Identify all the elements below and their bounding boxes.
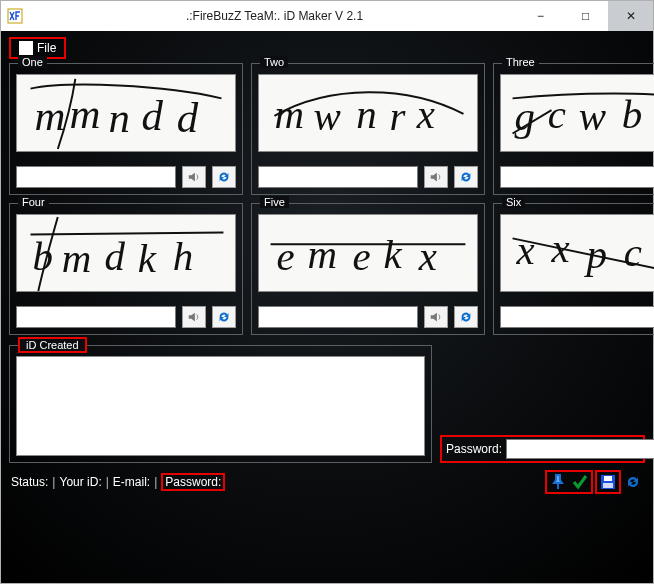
refresh-icon xyxy=(625,474,641,490)
status-label: Status: xyxy=(11,475,48,489)
speaker-button-four[interactable] xyxy=(182,306,206,328)
captcha-image-one: m m n d d xyxy=(16,74,236,152)
password-column: Password: xyxy=(440,345,645,463)
password-row: Password: xyxy=(440,435,645,463)
captcha-group-two: Two m w n r x xyxy=(251,63,485,195)
window-buttons: − □ ✕ xyxy=(518,1,653,31)
captcha-input-row xyxy=(16,166,236,188)
svg-rect-38 xyxy=(604,476,612,481)
speaker-button-two[interactable] xyxy=(424,166,448,188)
close-button[interactable]: ✕ xyxy=(608,1,653,31)
svg-text:m: m xyxy=(34,92,64,139)
captcha-input-one[interactable] xyxy=(16,166,176,188)
captcha-input-row xyxy=(500,306,654,328)
captcha-image-five: e m e k x xyxy=(258,214,478,292)
minimize-button[interactable]: − xyxy=(518,1,563,31)
password-label: Password: xyxy=(446,442,502,456)
svg-text:w: w xyxy=(579,94,606,139)
speaker-button-one[interactable] xyxy=(182,166,206,188)
svg-rect-0 xyxy=(8,9,22,23)
group-legend: One xyxy=(18,56,47,68)
svg-text:k: k xyxy=(138,236,157,281)
captcha-input-row xyxy=(500,166,654,188)
id-created-group: iD Created xyxy=(9,345,432,463)
captcha-image-four: b m d k h xyxy=(16,214,236,292)
status-action-group-1 xyxy=(545,470,593,494)
captcha-input-six[interactable] xyxy=(500,306,654,328)
captcha-grid: One m m n d d xyxy=(9,63,645,335)
svg-text:d: d xyxy=(177,94,199,141)
save-button[interactable] xyxy=(598,473,618,491)
refresh-button-four[interactable] xyxy=(212,306,236,328)
captcha-group-one: One m m n d d xyxy=(9,63,243,195)
speaker-button-five[interactable] xyxy=(424,306,448,328)
password-input[interactable] xyxy=(506,439,654,459)
group-legend: Six xyxy=(502,196,525,208)
captcha-group-five: Five e m e k x xyxy=(251,203,485,335)
group-legend: Three xyxy=(502,56,539,68)
check-button[interactable] xyxy=(570,473,590,491)
speaker-icon xyxy=(187,310,201,324)
speaker-icon xyxy=(429,310,443,324)
svg-text:d: d xyxy=(105,234,126,279)
refresh-button-two[interactable] xyxy=(454,166,478,188)
statusbar: Status: | Your iD: | E-mail: | Password: xyxy=(9,471,645,493)
maximize-button[interactable]: □ xyxy=(563,1,608,31)
group-legend: Five xyxy=(260,196,289,208)
captcha-image-six: x x p c x xyxy=(500,214,654,292)
titlebar: .:FireBuzZ TeaM:. iD Maker V 2.1 − □ ✕ xyxy=(1,1,653,31)
check-icon xyxy=(572,474,588,490)
file-icon xyxy=(19,41,33,55)
your-id-label: Your iD: xyxy=(59,475,101,489)
captcha-input-five[interactable] xyxy=(258,306,418,328)
svg-text:e: e xyxy=(352,234,370,279)
app-window: .:FireBuzZ TeaM:. iD Maker V 2.1 − □ ✕ F… xyxy=(0,0,654,584)
captcha-input-row xyxy=(16,306,236,328)
email-label: E-mail: xyxy=(113,475,150,489)
captcha-input-row xyxy=(258,306,478,328)
window-title: .:FireBuzZ TeaM:. iD Maker V 2.1 xyxy=(31,9,518,23)
captcha-input-three[interactable] xyxy=(500,166,654,188)
svg-text:m: m xyxy=(62,236,92,281)
refresh-button-five[interactable] xyxy=(454,306,478,328)
status-right xyxy=(545,470,643,494)
captcha-group-four: Four b m d k h xyxy=(9,203,243,335)
svg-text:k: k xyxy=(384,232,403,277)
refresh-button-one[interactable] xyxy=(212,166,236,188)
svg-text:g: g xyxy=(515,94,535,139)
separator: | xyxy=(52,475,55,489)
bottom-row: iD Created Password: xyxy=(9,345,645,463)
svg-text:x: x xyxy=(515,228,534,273)
svg-text:c: c xyxy=(624,230,642,275)
menubar: File xyxy=(9,37,645,59)
svg-text:n: n xyxy=(356,92,376,137)
svg-text:h: h xyxy=(173,234,193,279)
svg-text:d: d xyxy=(142,92,164,139)
captcha-input-two[interactable] xyxy=(258,166,418,188)
pin-icon xyxy=(550,474,566,490)
separator: | xyxy=(154,475,157,489)
floppy-icon xyxy=(600,474,616,490)
svg-text:n: n xyxy=(108,94,129,141)
captcha-image-three: g c w b m xyxy=(500,74,654,152)
captcha-group-six: Six x x p c x xyxy=(493,203,654,335)
captcha-image-two: m w n r x xyxy=(258,74,478,152)
id-created-legend: iD Created xyxy=(18,337,87,353)
svg-text:b: b xyxy=(622,92,642,137)
status-action-group-2 xyxy=(595,470,621,494)
id-created-listbox[interactable] xyxy=(16,356,425,456)
separator: | xyxy=(106,475,109,489)
refresh-icon xyxy=(459,170,473,184)
password-status-label: Password: xyxy=(161,473,225,491)
group-legend: Four xyxy=(18,196,49,208)
svg-text:w: w xyxy=(313,94,340,139)
svg-rect-39 xyxy=(603,483,613,488)
speaker-icon xyxy=(429,170,443,184)
app-icon xyxy=(7,8,23,24)
refresh-all-button[interactable] xyxy=(623,473,643,491)
status-left: Status: | Your iD: | E-mail: | Password: xyxy=(11,473,225,491)
captcha-input-four[interactable] xyxy=(16,306,176,328)
pin-button[interactable] xyxy=(548,473,568,491)
svg-text:e: e xyxy=(276,234,294,279)
client-area: File One m m n d d xyxy=(1,31,653,583)
